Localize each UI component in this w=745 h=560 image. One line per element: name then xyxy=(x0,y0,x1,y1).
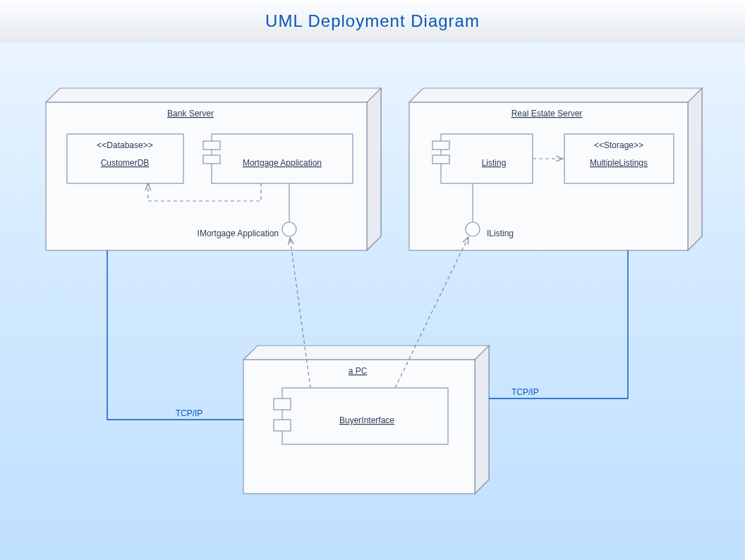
title-bar: UML Deployment Diagram xyxy=(0,0,745,42)
bank-server-label: Bank Server xyxy=(167,109,214,118)
svg-rect-12 xyxy=(432,155,449,164)
tcp-realestate-to-pc xyxy=(489,250,628,398)
multiplelistings-component: <<Storage>> MultipleListings xyxy=(564,134,674,183)
listing-label: Listing xyxy=(482,158,507,168)
svg-marker-1 xyxy=(367,88,381,250)
tcp2-label: TCP/IP xyxy=(511,387,539,397)
multiplelistings-label: MultipleListings xyxy=(590,158,648,168)
svg-rect-18 xyxy=(274,398,291,410)
customerdb-label: CustomerDB xyxy=(101,158,150,168)
multiplelistings-stereotype: <<Storage>> xyxy=(594,140,643,150)
customerdb-stereotype: <<Database>> xyxy=(97,140,152,150)
buyerinterface-label: BuyerInterface xyxy=(339,415,394,425)
diagram-canvas: Bank Server <<Database>> CustomerDB Mort… xyxy=(0,42,745,560)
svg-rect-6 xyxy=(203,155,220,164)
imortgage-label: IMortgage Application xyxy=(198,229,279,238)
tcp-bank-to-pc xyxy=(107,250,243,420)
svg-rect-19 xyxy=(274,420,291,431)
pc-label: a PC xyxy=(349,366,368,376)
svg-rect-11 xyxy=(432,141,449,150)
mortgage-app-label: Mortgage Application xyxy=(243,158,322,168)
listing-interface-circle xyxy=(466,222,480,236)
listing-component: Listing xyxy=(432,134,533,183)
ilisting-label: IListing xyxy=(487,229,514,238)
svg-marker-8 xyxy=(688,88,702,250)
svg-rect-5 xyxy=(203,141,220,150)
buyerinterface-component: BuyerInterface xyxy=(274,388,448,444)
tcp1-label: TCP/IP xyxy=(176,408,203,418)
diagram-svg: Bank Server <<Database>> CustomerDB Mort… xyxy=(0,42,745,560)
svg-marker-15 xyxy=(475,346,489,494)
mortgage-app-component: Mortgage Application xyxy=(203,134,353,183)
real-estate-server-label: Real Estate Server xyxy=(511,109,583,118)
page-title: UML Deployment Diagram xyxy=(265,11,480,31)
mortgage-interface-circle xyxy=(282,222,296,236)
customerdb-component: <<Database>> CustomerDB xyxy=(67,134,183,183)
